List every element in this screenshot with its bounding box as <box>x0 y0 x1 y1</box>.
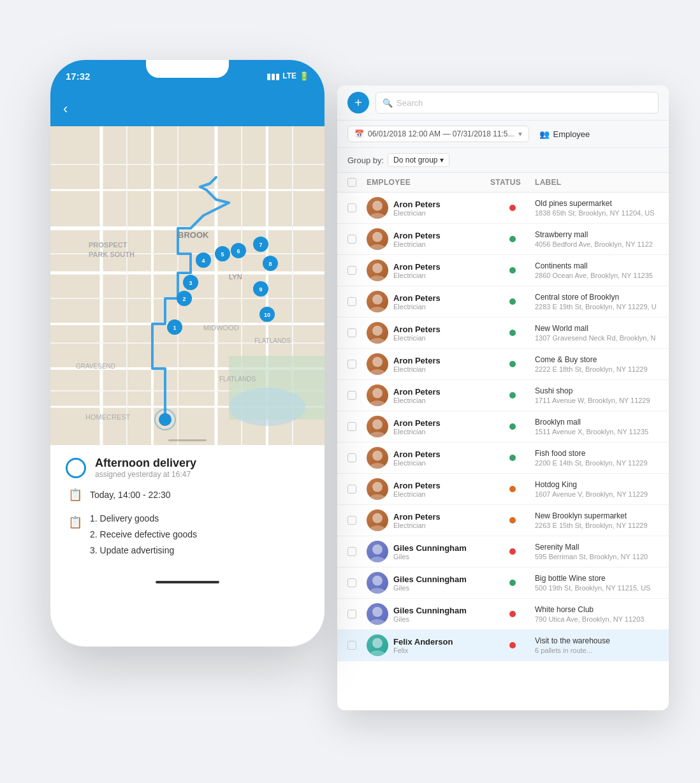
label-cell: Visit to the warehouse 6 pallets in rout… <box>535 636 659 654</box>
row-checkbox[interactable] <box>347 203 367 212</box>
employee-role: Felix <box>393 647 453 654</box>
avatar <box>367 228 388 250</box>
avatar <box>367 416 388 437</box>
status-dot <box>509 423 516 430</box>
svg-point-10 <box>372 357 383 367</box>
lte-label: LTE <box>282 71 296 80</box>
status-cell <box>490 642 535 648</box>
status-dot <box>509 392 516 399</box>
groupby-chevron-icon: ▾ <box>440 156 444 165</box>
employee-name: Aron Peters <box>393 387 441 397</box>
label-address: 2283 E 19th St, Brooklyn, NY 11229, U <box>535 303 659 311</box>
employee-role: Electrician <box>393 240 441 248</box>
table-row[interactable]: Giles Cunningham Giles White horse Club … <box>337 599 669 630</box>
label-name: Sushi shop <box>535 386 659 395</box>
employee-filter[interactable]: 👥 Employee <box>539 129 590 139</box>
row-checkbox[interactable] <box>347 453 367 462</box>
label-cell: Sushi shop 1711 Avenue W, Brooklyn, NY 1… <box>535 386 659 404</box>
label-cell: Big bottle Wine store 500 19th St, Brook… <box>535 574 659 592</box>
table-row[interactable]: Aron Peters Electrician Strawberry mall … <box>337 224 669 255</box>
home-bar-indicator <box>156 581 219 583</box>
employee-role: Electrician <box>393 365 441 373</box>
svg-text:MIDWOOD: MIDWOOD <box>203 324 239 332</box>
employee-role: Electrician <box>393 272 441 279</box>
groupby-dropdown[interactable]: Do not group ▾ <box>388 153 449 167</box>
status-cell <box>490 423 535 430</box>
table-row[interactable]: Aron Peters Electrician Come & Buy store… <box>337 349 669 380</box>
employee-role: Giles <box>393 584 467 592</box>
row-checkbox[interactable] <box>347 641 367 650</box>
table-header: Employee Status Label <box>337 173 669 193</box>
status-dot <box>509 236 516 242</box>
row-checkbox[interactable] <box>347 547 367 556</box>
phone-home-bar <box>50 571 324 594</box>
svg-text:PARK SOUTH: PARK SOUTH <box>89 251 135 258</box>
battery-icon: 🔋 <box>299 71 309 81</box>
row-checkbox[interactable] <box>347 235 367 244</box>
label-name: New World mall <box>535 324 659 333</box>
status-dot <box>509 517 516 523</box>
label-cell: Hotdog King 1607 Avenue V, Brooklyn, NY … <box>535 480 659 498</box>
label-name: Visit to the warehouse <box>535 636 659 645</box>
table-row[interactable]: Aron Peters Electrician New World mall 1… <box>337 318 669 349</box>
row-checkbox[interactable] <box>347 610 367 618</box>
svg-text:PROSPECT: PROSPECT <box>89 241 128 249</box>
status-dot <box>509 455 516 461</box>
avatar <box>367 603 388 625</box>
row-checkbox[interactable] <box>347 297 367 306</box>
task-item-2: 2. Receive defective goods <box>90 527 197 543</box>
label-address: 2263 E 15th St, Brooklyn, NY 11229 <box>535 522 659 529</box>
employee-name: Giles Cunningham <box>393 574 467 584</box>
avatar <box>367 353 388 375</box>
row-checkbox[interactable] <box>347 422 367 431</box>
table-row[interactable]: Aron Peters Electrician Central store of… <box>337 286 669 318</box>
status-dot <box>509 642 516 648</box>
table-row[interactable]: Aron Peters Electrician Continents mall … <box>337 255 669 286</box>
row-checkbox[interactable] <box>347 266 367 275</box>
svg-text:BROOK: BROOK <box>178 230 209 240</box>
task-item-1: 1. Delivery goods <box>90 511 197 527</box>
table-row[interactable]: Giles Cunningham Giles Big bottle Wine s… <box>337 567 669 599</box>
row-checkbox[interactable] <box>347 578 367 587</box>
svg-point-22 <box>372 545 383 555</box>
status-cell <box>490 298 535 305</box>
status-dot <box>509 486 516 492</box>
svg-text:6: 6 <box>237 248 240 254</box>
table-row[interactable]: Felix Anderson Felix Visit to the wareho… <box>337 630 669 661</box>
label-name: Central store of Brooklyn <box>535 293 659 302</box>
svg-point-52 <box>229 388 305 426</box>
table-row[interactable]: Aron Peters Electrician Hotdog King 1607… <box>337 474 669 505</box>
groupby-value-text: Do not group <box>393 156 437 165</box>
col-header-employee: Employee <box>367 178 490 187</box>
avatar <box>367 572 388 594</box>
svg-text:8: 8 <box>268 261 272 267</box>
label-name: Hotdog King <box>535 480 659 489</box>
table-row[interactable]: Giles Cunningham Giles Serenity Mall 595… <box>337 536 669 567</box>
avatar <box>367 322 388 344</box>
row-checkbox[interactable] <box>347 485 367 494</box>
table-row[interactable]: Aron Peters Electrician Sushi shop 1711 … <box>337 380 669 411</box>
select-all-checkbox[interactable] <box>347 178 356 187</box>
task-item-3: 3. Update advertising <box>90 543 197 559</box>
add-button[interactable]: + <box>347 92 369 113</box>
avatar <box>367 447 388 469</box>
row-checkbox[interactable] <box>347 360 367 369</box>
task-list: 📋 1. Delivery goods 2. Receive defective… <box>66 511 309 559</box>
back-button[interactable]: ‹ <box>63 101 68 117</box>
label-address: 1838 65th St, Brooklyn, NY 11204, US <box>535 209 659 217</box>
phone-info: Afternoon delivery assigned yesterday at… <box>50 445 324 571</box>
label-address: 1307 Gravesend Neck Rd, Brooklyn, N <box>535 334 659 342</box>
row-checkbox[interactable] <box>347 391 367 400</box>
date-filter[interactable]: 📅 06/01/2018 12:00 AM — 07/31/2018 11:5.… <box>347 126 529 142</box>
svg-text:LYN: LYN <box>229 273 242 281</box>
row-checkbox[interactable] <box>347 516 367 525</box>
svg-text:2: 2 <box>182 296 186 302</box>
search-box[interactable]: 🔍 Search <box>376 92 659 113</box>
table-row[interactable]: Aron Peters Electrician Brooklyn mall 15… <box>337 411 669 443</box>
row-checkbox[interactable] <box>347 328 367 337</box>
table-row[interactable]: Aron Peters Electrician New Brooklyn sup… <box>337 505 669 536</box>
table-row[interactable]: Aron Peters Electrician Old pines superm… <box>337 193 669 224</box>
label-address: 2222 E 18th St, Brooklyn, NY 11229 <box>535 365 659 373</box>
table-row[interactable]: Aron Peters Electrician Fish food store … <box>337 443 669 474</box>
employee-name: Aron Peters <box>393 231 441 240</box>
